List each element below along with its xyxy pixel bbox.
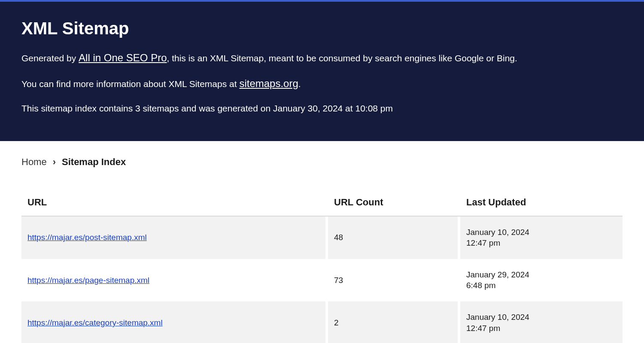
url-count: 73 <box>328 259 460 301</box>
text: Generated by <box>21 53 79 63</box>
header-desc-1: Generated by All in One SEO Pro, this is… <box>21 50 623 66</box>
last-updated: January 29, 2024 6:48 pm <box>460 259 623 301</box>
chevron-right-icon: › <box>53 156 56 168</box>
header-desc-2: You can find more information about XML … <box>21 76 623 91</box>
time: 12:47 pm <box>466 238 500 247</box>
breadcrumb: Home › Sitemap Index <box>21 156 623 168</box>
page-title: XML Sitemap <box>21 19 623 38</box>
sitemap-link[interactable]: https://majar.es/page-sitemap.xml <box>27 276 149 285</box>
generator-link[interactable]: All in One SEO Pro <box>79 52 167 63</box>
time: 6:48 pm <box>466 281 496 290</box>
sitemap-link[interactable]: https://majar.es/post-sitemap.xml <box>27 233 147 242</box>
text: . <box>298 79 301 89</box>
page-header: XML Sitemap Generated by All in One SEO … <box>0 2 644 141</box>
breadcrumb-home[interactable]: Home <box>21 156 47 168</box>
last-updated: January 10, 2024 12:47 pm <box>460 217 623 259</box>
sitemapsorg-link[interactable]: sitemaps.org <box>239 78 298 89</box>
url-count: 2 <box>328 301 460 343</box>
table-row: https://majar.es/page-sitemap.xml 73 Jan… <box>21 259 623 301</box>
text: , this is an XML Sitemap, meant to be co… <box>167 53 517 63</box>
url-count: 48 <box>328 217 460 259</box>
breadcrumb-current: Sitemap Index <box>62 156 126 168</box>
last-updated: January 10, 2024 12:47 pm <box>460 301 623 343</box>
table-row: https://majar.es/category-sitemap.xml 2 … <box>21 301 623 343</box>
date: January 10, 2024 <box>466 228 529 237</box>
col-url: URL <box>21 189 328 217</box>
text: You can find more information about XML … <box>21 79 239 89</box>
time: 12:47 pm <box>466 324 500 333</box>
date: January 29, 2024 <box>466 270 529 279</box>
table-row: https://majar.es/post-sitemap.xml 48 Jan… <box>21 217 623 259</box>
col-count: URL Count <box>328 189 460 217</box>
date: January 10, 2024 <box>466 313 529 322</box>
header-desc-3: This sitemap index contains 3 sitemaps a… <box>21 102 623 115</box>
table-header-row: URL URL Count Last Updated <box>21 189 623 217</box>
col-updated: Last Updated <box>460 189 623 217</box>
sitemap-link[interactable]: https://majar.es/category-sitemap.xml <box>27 318 163 327</box>
sitemap-table: URL URL Count Last Updated https://majar… <box>21 189 623 343</box>
content-area: Home › Sitemap Index URL URL Count Last … <box>0 141 644 343</box>
